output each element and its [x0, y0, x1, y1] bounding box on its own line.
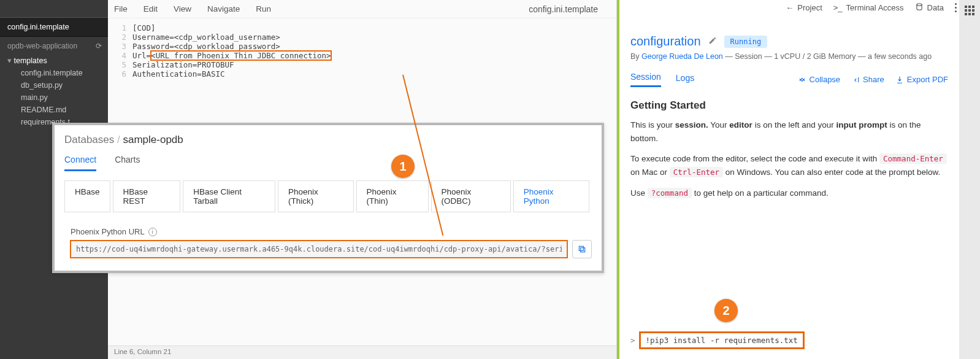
- back-arrow-icon: ←: [786, 3, 794, 12]
- annotation-marker-2: 2: [714, 299, 738, 322]
- svg-point-2: [916, 4, 921, 6]
- editor-statusbar: Line 6, Column 21: [108, 345, 616, 359]
- share-action[interactable]: Share: [851, 75, 884, 84]
- code-line-text[interactable]: [COD]: [132, 23, 156, 33]
- data-link[interactable]: Data: [915, 2, 944, 13]
- annotation-marker-1: 1: [391, 155, 415, 178]
- copy-url-button[interactable]: [572, 240, 592, 258]
- kebab-menu[interactable]: [955, 3, 957, 12]
- menubar: File Edit View Navigate Run config.ini.t…: [108, 0, 616, 18]
- code-line-text[interactable]: Authentication=BASIC: [132, 69, 225, 79]
- phoenix-python-url-input[interactable]: [71, 241, 567, 258]
- line-number: 5: [108, 60, 132, 69]
- code-line-text[interactable]: Username=<cdp_workload_username>: [132, 33, 280, 42]
- apps-grid-button[interactable]: [961, 2, 978, 18]
- breadcrumb: Databases / sample-opdb: [64, 134, 592, 146]
- kebab-icon: [955, 3, 957, 12]
- edit-icon[interactable]: [708, 36, 717, 47]
- highlighted-url-placeholder: <URL from Phoenix Thin JDBC connection>: [151, 51, 331, 60]
- breadcrumb-current: sample-opdb: [123, 134, 183, 145]
- refresh-icon[interactable]: ⟳: [96, 42, 102, 50]
- session-author-link[interactable]: George Rueda De Leon: [641, 52, 723, 61]
- menu-view[interactable]: View: [174, 4, 191, 14]
- line-number: 6: [108, 69, 132, 79]
- line-number: 4: [108, 51, 132, 60]
- database-icon: [915, 2, 924, 13]
- code-line-text[interactable]: Serialization=PROTOBUF: [132, 60, 234, 69]
- db-subtab-phoenix-thin[interactable]: Phoenix (Thin): [356, 180, 429, 212]
- line-number: 1: [108, 23, 132, 33]
- menu-edit[interactable]: Edit: [144, 4, 158, 14]
- tree-file[interactable]: README.md: [15, 104, 108, 116]
- db-subtab-hbase-rest[interactable]: HBase REST: [113, 180, 181, 212]
- db-subtab-hbase-tarball[interactable]: HBase Client Tarball: [183, 180, 275, 212]
- right-rail: [959, 0, 980, 359]
- session-meta: By George Rueda De Leon — Session — 1 vC…: [630, 52, 948, 61]
- session-toolbar: ← Project >_ Terminal Access Data: [786, 2, 957, 13]
- getting-started-heading: Getting Started: [630, 97, 948, 114]
- line-number: 2: [108, 33, 132, 42]
- sidebar-active-file-tab[interactable]: config.ini.template: [0, 17, 108, 37]
- db-url-label: Phoenix Python URL: [71, 227, 145, 236]
- db-tab-charts[interactable]: Charts: [115, 152, 140, 171]
- db-subtab-hbase[interactable]: HBase: [64, 180, 110, 212]
- session-tab-logs[interactable]: Logs: [676, 73, 694, 87]
- terminal-access-link[interactable]: >_ Terminal Access: [833, 3, 904, 12]
- session-body: Getting Started This is your session. Yo…: [630, 97, 948, 331]
- menu-navigate[interactable]: Navigate: [207, 4, 240, 14]
- collapse-icon: [798, 75, 806, 84]
- terminal-icon: >_: [833, 3, 843, 12]
- prompt-input[interactable]: !pip3 install -r requirements.txt: [639, 331, 805, 349]
- code-ctrl-enter: Ctrl-Enter: [670, 167, 723, 177]
- svg-rect-0: [581, 248, 585, 252]
- prompt-caret-icon: >: [630, 336, 635, 345]
- tree-file[interactable]: db_setup.py: [15, 79, 108, 91]
- session-panel: ← Project >_ Terminal Access Data config…: [617, 0, 959, 359]
- menu-file[interactable]: File: [114, 4, 128, 14]
- editor-filename: config.ini.template: [529, 4, 598, 14]
- database-connect-panel: Databases / sample-opdb Connect Charts H…: [52, 123, 604, 273]
- info-icon[interactable]: i: [148, 228, 157, 236]
- tree-file[interactable]: config.ini.template: [15, 67, 108, 79]
- download-icon: [895, 75, 904, 84]
- project-link[interactable]: ← Project: [786, 3, 822, 12]
- code-help-command: ?command: [648, 188, 692, 198]
- code-line-text[interactable]: Url=<URL from Phoenix Thin JDBC connecti…: [132, 51, 331, 60]
- code-line-text[interactable]: Password=<cdp_workload_password>: [132, 42, 280, 51]
- db-tab-connect[interactable]: Connect: [64, 152, 96, 171]
- db-subtab-phoenix-thick[interactable]: Phoenix (Thick): [278, 180, 354, 212]
- collapse-action[interactable]: Collapse: [798, 75, 841, 84]
- db-subtab-phoenix-odbc[interactable]: Phoenix (ODBC): [431, 180, 511, 212]
- status-badge: Running: [724, 36, 768, 48]
- svg-rect-1: [579, 246, 583, 250]
- share-icon: [851, 75, 860, 84]
- copy-icon: [578, 245, 586, 253]
- menu-run[interactable]: Run: [256, 4, 271, 14]
- db-subtab-phoenix-python[interactable]: Phoenix Python: [513, 180, 589, 212]
- line-number: 3: [108, 42, 132, 51]
- session-tab-session[interactable]: Session: [630, 72, 661, 87]
- export-pdf-action[interactable]: Export PDF: [895, 75, 948, 84]
- tree-file[interactable]: main.py: [15, 91, 108, 104]
- breadcrumb-root[interactable]: Databases: [64, 134, 114, 145]
- grid-icon: [965, 6, 974, 15]
- sidebar-project-name: opdb-web-application: [7, 42, 77, 50]
- session-title: configuration: [630, 34, 701, 48]
- code-command-enter: Command-Enter: [879, 153, 947, 164]
- session-prompt[interactable]: > !pip3 install -r requirements.txt: [630, 331, 948, 349]
- tree-folder-templates[interactable]: templates: [7, 54, 108, 67]
